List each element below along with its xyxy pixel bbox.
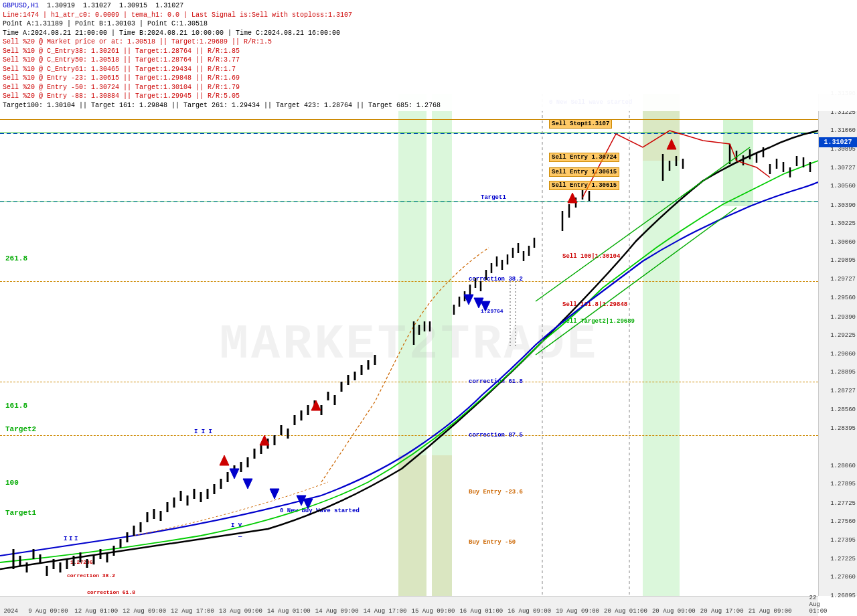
svg-marker-99 [311, 400, 321, 410]
price-scale-label: 1.27060 [830, 574, 856, 581]
price-scale-label: 1.28395 [830, 425, 856, 432]
time-axis-label: 12 Aug 09:00 [123, 608, 166, 615]
orange-fib-line-2 [134, 482, 328, 536]
price-scale-label: 1.28560 [830, 406, 856, 413]
price-scale-label: 1.29225 [830, 332, 856, 339]
info-line-12: Target100: 1.30104 || Target 161: 1.2984… [3, 101, 854, 110]
info-line-2: Line:1474 | h1_atr_c0: 0.0009 | tema_h1:… [3, 11, 854, 20]
sell-entry-box-1: Sell Entry 1.30724 [549, 153, 619, 162]
price-scale-label: 1.29727 [830, 276, 856, 283]
svg-marker-104 [270, 489, 279, 499]
price-scale-label: 1.29895 [830, 257, 856, 264]
sell-stop-box: Sell Stop±1.3107 [549, 119, 612, 129]
price-scale-label: 1.29060 [830, 351, 856, 358]
svg-marker-109 [481, 301, 490, 311]
time-axis: 8 Aug 20249 Aug 09:0012 Aug 01:0012 Aug … [0, 596, 818, 616]
buy-arrows [230, 295, 490, 509]
chart-container: GBPUSD,H1 1.30919 1.31027 1.30915 1.3102… [0, 0, 857, 616]
info-line-8: Sell %10 @ C_Entry61: 1.30465 || Target:… [3, 65, 854, 74]
price-scale-label: 1.27895 [830, 481, 856, 487]
green-ma-line [0, 161, 818, 562]
time-axis-label: 15 Aug 09:00 [412, 608, 455, 615]
time-axis-label: 16 Aug 01:00 [459, 608, 503, 615]
time-axis-label: 14 Aug 17:00 [364, 608, 407, 615]
price-scale-label: 1.29390 [830, 314, 856, 321]
time-axis-label: 9 Aug 09:00 [28, 608, 68, 615]
svg-marker-103 [243, 479, 252, 489]
sell-entry-box-2: Sell Entry 1.30615 [549, 167, 619, 177]
price-scale-label: 1.28727 [830, 388, 856, 394]
price-scale-label: 1.30727 [830, 165, 856, 171]
price-scale-label: 1.30560 [830, 183, 856, 189]
time-axis-label: 12 Aug 17:00 [171, 608, 214, 615]
price-scale-label: 1.28060 [830, 463, 856, 469]
info-line-10: Sell %20 @ Entry -50: 1.30724 || Target:… [3, 83, 854, 92]
info-line-4: Time A:2024.08.21 21:00:00 | Time B:2024… [3, 29, 854, 38]
price-scale-label: 1.28895 [830, 369, 856, 376]
sell-entry-box-3: Sell Entry 1.30615 [549, 181, 619, 190]
info-line-5: Sell %20 @ Market price or at: 1.30518 |… [3, 37, 854, 47]
info-line-7: Sell %10 @ C_Entry50: 1.30518 || Target:… [3, 56, 854, 65]
svg-marker-106 [303, 499, 313, 509]
time-axis-label: 20 Aug 09:00 [652, 608, 696, 615]
price-scale-label: 1.29560 [830, 295, 856, 301]
price-scale: 1.31027 1.313901.312251.310601.308951.30… [818, 94, 857, 596]
price-scale-label: 1.27225 [830, 556, 856, 562]
time-axis-label: 19 Aug 09:00 [556, 608, 599, 615]
info-bar: GBPUSD,H1 1.30919 1.31027 1.30915 1.3102… [0, 0, 857, 111]
time-axis-label: 8 Aug 2024 [0, 608, 18, 615]
price-scale-label: 1.27395 [830, 537, 856, 544]
time-axis-label: 16 Aug 09:00 [508, 608, 551, 615]
main-chart-svg: .candle-bull { fill: #000; stroke: #000;… [0, 94, 818, 596]
price-scale-label: 1.26895 [830, 593, 856, 599]
time-axis-label: 22 Aug 01:00 [809, 595, 827, 615]
info-line-11: Sell %20 @ Entry -88: 1.30884 || Target:… [3, 92, 854, 101]
time-axis-label: 13 Aug 09:00 [219, 608, 262, 615]
price-scale-label: 1.30390 [830, 202, 856, 209]
info-line-6: Sell %10 @ C_Entry38: 1.30261 || Target:… [3, 47, 854, 56]
svg-marker-101 [667, 139, 676, 149]
price-scale-label: 1.27560 [830, 518, 856, 525]
info-line-3: Point A:1.31189 | Point B:1.30103 | Poin… [3, 19, 854, 29]
time-axis-label: 20 Aug 01:00 [604, 608, 647, 615]
chart-area: MARKET2TRADE .candle-b [0, 94, 818, 596]
time-axis-label: 14 Aug 09:00 [315, 608, 359, 615]
orange-fib-line [321, 248, 489, 482]
price-scale-label: 1.30060 [830, 239, 856, 246]
svg-marker-102 [230, 469, 239, 479]
price-scale-label: 1.27725 [830, 500, 856, 507]
candles-early [13, 144, 810, 576]
info-line-9: Sell %10 @ Entry -23: 1.30615 || Target:… [3, 74, 854, 83]
info-line-1: GBPUSD,H1 1.30919 1.31027 1.30915 1.3102… [3, 1, 854, 11]
price-scale-label: 1.31060 [830, 127, 856, 134]
time-axis-label: 21 Aug 09:00 [749, 608, 792, 615]
svg-marker-97 [220, 455, 229, 465]
time-axis-label: 14 Aug 01:00 [267, 608, 311, 615]
time-axis-label: 20 Aug 17:00 [700, 608, 744, 615]
black-ma-line [0, 131, 818, 569]
price-scale-label: 1.30225 [830, 220, 856, 227]
current-price-badge: 1.31027 [819, 137, 857, 147]
time-axis-label: 12 Aug 01:00 [74, 608, 118, 615]
